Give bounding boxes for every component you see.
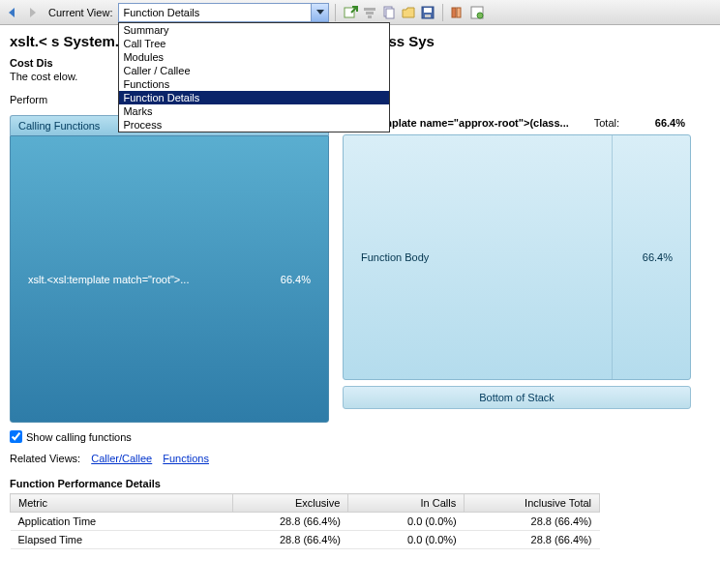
cell-inclusive: 28.8 (66.4%): [465, 513, 600, 531]
arrow-right-icon: [25, 6, 39, 19]
svg-rect-1: [364, 8, 375, 11]
col-metric[interactable]: Metric: [11, 494, 233, 513]
cell-exclusive: 28.8 (66.4%): [232, 513, 348, 531]
copy-icon[interactable]: [380, 4, 398, 21]
open-icon[interactable]: [400, 4, 417, 21]
dropdown-item[interactable]: Marks: [119, 104, 389, 118]
function-body-pct: 66.4%: [643, 251, 673, 263]
svg-rect-2: [366, 12, 374, 15]
dropdown-item[interactable]: Call Tree: [119, 37, 389, 50]
cell-exclusive: 28.8 (66.4%): [232, 531, 348, 549]
cell-inclusive: 28.8 (66.4%): [465, 531, 600, 549]
save-icon[interactable]: [419, 4, 436, 21]
current-view-label: Current View:: [48, 7, 112, 18]
cell-incalls: 0.0 (0.0%): [348, 513, 465, 531]
current-view-combo[interactable]: SummaryCall TreeModulesCaller / CalleeFu…: [118, 3, 329, 22]
forward-button[interactable]: [23, 4, 41, 21]
back-button[interactable]: [4, 4, 21, 21]
current-view-drop-button[interactable]: [312, 3, 329, 22]
dropdown-item[interactable]: Summary: [119, 23, 389, 37]
bottom-of-stack[interactable]: Bottom of Stack: [343, 386, 691, 409]
calling-function-label: xslt.<xsl:template match="root">...: [28, 274, 189, 285]
total-value: 66.4%: [627, 117, 685, 129]
toolbar: Current View: SummaryCall TreeModulesCal…: [0, 0, 720, 25]
panels-row: Calling Functions xslt.<xsl:template mat…: [10, 115, 710, 423]
col-inclusive[interactable]: Inclusive Total: [465, 494, 600, 513]
current-function-panel: <xsl:template name="approx-root">(class.…: [343, 115, 691, 423]
toolbar-separator: [442, 4, 443, 21]
table-header-row: Metric Exclusive In Calls Inclusive Tota…: [11, 494, 600, 513]
related-views-label: Related Views:: [10, 453, 80, 464]
function-body-label: Function Body: [361, 251, 429, 263]
show-calling-label: Show calling functions: [26, 431, 132, 443]
dropdown-item[interactable]: Modules: [119, 50, 389, 64]
current-view-input[interactable]: [118, 3, 312, 22]
perf-details-title: Function Performance Details: [10, 478, 710, 489]
columns-icon[interactable]: [449, 4, 466, 21]
toolbar-separator: [335, 4, 336, 21]
table-row: Application Time28.8 (66.4%)0.0 (0.0%)28…: [11, 513, 600, 531]
cell-incalls: 0.0 (0.0%): [348, 531, 465, 549]
svg-rect-5: [386, 9, 394, 18]
show-calling-checkbox[interactable]: [10, 430, 22, 443]
svg-point-12: [477, 13, 483, 18]
col-incalls[interactable]: In Calls: [348, 494, 465, 513]
cell-metric: Elapsed Time: [11, 531, 233, 549]
chevron-down-icon: [316, 10, 324, 15]
dropdown-item[interactable]: Function Details: [119, 91, 389, 104]
cell-metric: Application Time: [11, 513, 233, 531]
related-link-caller-callee[interactable]: Caller/Callee: [91, 453, 152, 464]
filter-icon[interactable]: [361, 4, 378, 21]
calling-function-item[interactable]: xslt.<xsl:template match="root">... 66.4…: [10, 135, 329, 423]
perf-details-table: Metric Exclusive In Calls Inclusive Tota…: [10, 493, 600, 549]
svg-rect-8: [425, 15, 431, 17]
col-exclusive[interactable]: Exclusive: [232, 494, 348, 513]
svg-rect-3: [368, 15, 372, 18]
dropdown-item[interactable]: Functions: [119, 77, 389, 91]
function-body-block[interactable]: Function Body 66.4%: [343, 134, 691, 380]
calling-functions-panel: Calling Functions xslt.<xsl:template mat…: [10, 115, 329, 423]
properties-icon[interactable]: [468, 4, 486, 21]
calling-function-pct: 66.4%: [281, 274, 311, 285]
table-row: Elapsed Time28.8 (66.4%)0.0 (0.0%)28.8 (…: [11, 531, 600, 549]
dropdown-item[interactable]: Caller / Callee: [119, 64, 389, 77]
show-calling-checkbox-row[interactable]: Show calling functions: [10, 430, 710, 443]
arrow-left-icon: [6, 6, 19, 19]
current-view-dropdown: SummaryCall TreeModulesCaller / CalleeFu…: [118, 22, 390, 132]
related-views: Related Views: Caller/Callee Functions: [10, 453, 710, 464]
svg-rect-9: [452, 8, 456, 17]
export-icon[interactable]: [342, 4, 359, 21]
func-body-divider: [612, 135, 613, 379]
svg-rect-10: [457, 8, 461, 17]
svg-rect-7: [424, 8, 432, 13]
svg-rect-0: [345, 8, 354, 17]
dropdown-item[interactable]: Process: [119, 118, 389, 132]
related-link-functions[interactable]: Functions: [163, 453, 209, 464]
total-label: Total:: [594, 117, 619, 129]
current-function-header: <xsl:template name="approx-root">(class.…: [343, 115, 691, 131]
